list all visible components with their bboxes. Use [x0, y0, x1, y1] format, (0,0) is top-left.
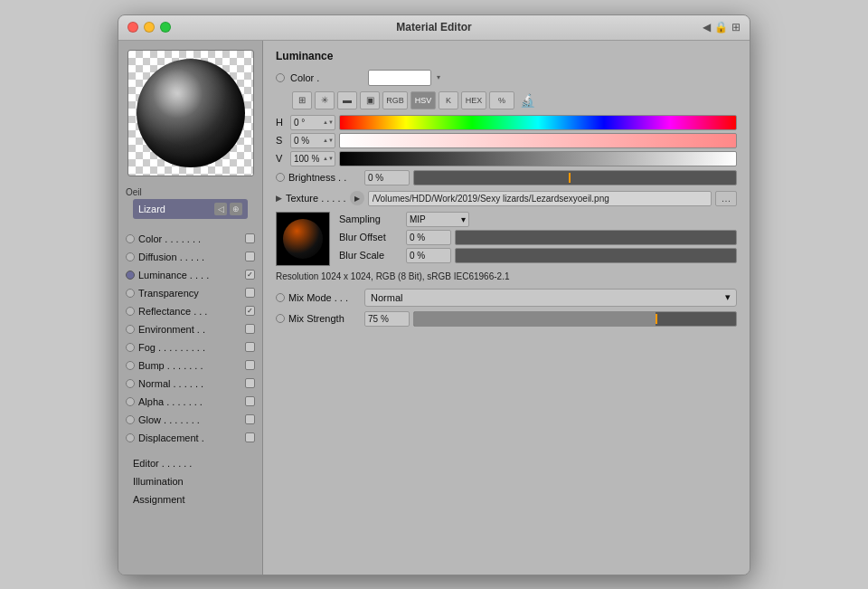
radio-transparency[interactable] [126, 289, 135, 298]
brightness-input[interactable]: 0 % [364, 170, 410, 185]
wheel-icon[interactable]: ✳ [315, 91, 335, 109]
image-icon[interactable]: ▣ [360, 91, 380, 109]
v-input[interactable]: 100 % ▲▼ [290, 151, 335, 166]
blur-scale-slider[interactable] [455, 248, 737, 263]
minimize-button[interactable] [144, 22, 155, 33]
sidebar-item-glow[interactable]: Glow . . . . . . . [122, 411, 259, 429]
gradient-icon[interactable]: ▬ [337, 91, 357, 109]
h-slider[interactable] [339, 115, 737, 130]
check-alpha[interactable] [245, 396, 255, 406]
sidebar-item-displacement[interactable]: Displacement . [122, 429, 259, 447]
blur-scale-input[interactable]: 0 % [406, 248, 451, 263]
check-bump[interactable] [245, 360, 255, 370]
radio-alpha[interactable] [126, 397, 135, 406]
s-input[interactable]: 0 % ▲▼ [290, 133, 335, 148]
hex-button[interactable]: HEX [461, 91, 486, 109]
h-stepper[interactable]: ▲▼ [323, 116, 334, 129]
s-stepper[interactable]: ▲▼ [323, 134, 334, 147]
spectrum-icon[interactable]: ⊞ [292, 91, 312, 109]
k-button[interactable]: K [439, 91, 458, 109]
eyedropper-icon[interactable]: 🔬 [517, 90, 537, 110]
label-glow: Glow . . . . . . . [138, 414, 241, 425]
color-swatch[interactable] [368, 70, 431, 86]
navigate-icon[interactable]: ◁ [214, 203, 227, 215]
color-dropdown-arrow[interactable]: ▾ [437, 73, 440, 81]
mix-mode-radio[interactable] [276, 293, 285, 302]
v-stepper[interactable]: ▲▼ [323, 152, 334, 166]
footer-editor[interactable]: Editor . . . . . . [127, 454, 253, 472]
check-reflectance[interactable] [245, 306, 255, 316]
texture-path-input[interactable]: /Volumes/HDD/Work/2019/Sexy lizards/Leza… [368, 191, 712, 206]
brightness-label: Brightness . . [288, 172, 361, 183]
v-slider[interactable] [339, 151, 737, 166]
brightness-slider[interactable] [413, 170, 737, 185]
check-diffusion[interactable] [245, 252, 255, 261]
mix-strength-row: Mix Strength 75 % [276, 311, 737, 327]
rgb-button[interactable]: RGB [382, 91, 408, 109]
radio-color[interactable] [126, 234, 135, 243]
sampling-select[interactable]: MIP ▾ [406, 212, 469, 227]
footer-assignment[interactable]: Assignment [127, 490, 253, 508]
fullscreen-button[interactable] [160, 22, 171, 33]
check-displacement[interactable] [245, 432, 255, 442]
mix-mode-select[interactable]: Normal ▾ [364, 289, 737, 307]
window-title: Material Editor [396, 21, 471, 33]
check-glow[interactable] [245, 414, 255, 424]
radio-displacement[interactable] [126, 433, 135, 442]
add-icon[interactable]: ⊞ [731, 21, 741, 33]
sidebar-item-transparency[interactable]: Transparency [122, 284, 259, 302]
content-area: Oeil Lizard ◁ ⊕ Color . . . . . . . [118, 41, 750, 575]
radio-environment[interactable] [126, 325, 135, 334]
sidebar-item-diffusion[interactable]: Diffusion . . . . . [122, 248, 259, 266]
sidebar-item-environment[interactable]: Environment . . [122, 320, 259, 338]
blur-offset-slider[interactable] [455, 230, 737, 245]
mix-mode-row: Mix Mode . . . Normal ▾ [276, 289, 737, 307]
s-slider[interactable] [339, 133, 737, 148]
footer-illumination[interactable]: Illumination [127, 472, 253, 490]
close-button[interactable] [127, 22, 138, 33]
check-fog[interactable] [245, 342, 255, 352]
sidebar-item-luminance[interactable]: Luminance . . . . [122, 266, 259, 284]
sidebar-footer: Editor . . . . . . Illumination Assignme… [118, 447, 262, 512]
brightness-radio[interactable] [276, 173, 285, 182]
mix-mode-label: Mix Mode . . . [288, 292, 361, 303]
check-normal[interactable] [245, 378, 255, 388]
arrow-left-icon[interactable]: ◀ [703, 21, 711, 33]
sidebar-item-alpha[interactable]: Alpha . . . . . . . [122, 393, 259, 411]
label-environment: Environment . . [138, 324, 241, 335]
titlebar: Material Editor ◀ 🔒 ⊞ [118, 15, 750, 41]
mix-strength-slider[interactable] [413, 311, 737, 327]
radio-normal[interactable] [126, 379, 135, 388]
sidebar-item-normal[interactable]: Normal . . . . . . [122, 375, 259, 393]
radio-reflectance[interactable] [126, 307, 135, 316]
blur-scale-label: Blur Scale [339, 250, 402, 261]
sidebar-item-color[interactable]: Color . . . . . . . [122, 230, 259, 248]
hsv-button[interactable]: HSV [410, 91, 436, 109]
texture-play-button[interactable]: ▶ [350, 191, 364, 205]
radio-luminance[interactable] [126, 271, 135, 280]
color-radio[interactable] [276, 73, 285, 82]
check-luminance[interactable] [245, 270, 255, 280]
radio-bump[interactable] [126, 361, 135, 370]
texture-browse-button[interactable]: … [715, 191, 737, 206]
blur-offset-input[interactable]: 0 % [406, 230, 451, 245]
mix-strength-label: Mix Strength [288, 313, 361, 324]
radio-diffusion[interactable] [126, 252, 135, 261]
sidebar-item-fog[interactable]: Fog . . . . . . . . . [122, 338, 259, 356]
mix-strength-radio[interactable] [276, 314, 285, 323]
check-color[interactable] [245, 233, 255, 243]
check-transparency[interactable] [245, 288, 255, 298]
radio-fog[interactable] [126, 343, 135, 352]
sidebar-item-bump[interactable]: Bump . . . . . . . [122, 356, 259, 375]
texture-label: Texture . . . . . [286, 193, 346, 204]
h-input[interactable]: 0 ° ▲▼ [290, 115, 335, 130]
traffic-lights [127, 22, 171, 33]
texture-expand-icon[interactable]: ▶ [276, 194, 282, 203]
sidebar-item-reflectance[interactable]: Reflectance . . . [122, 302, 259, 320]
radio-glow[interactable] [126, 415, 135, 424]
check-environment[interactable] [245, 324, 255, 334]
target-icon[interactable]: ⊕ [230, 203, 242, 215]
mix-strength-input[interactable]: 75 % [364, 311, 410, 327]
percent-button[interactable]: % [489, 91, 514, 109]
lock-icon[interactable]: 🔒 [714, 21, 728, 33]
